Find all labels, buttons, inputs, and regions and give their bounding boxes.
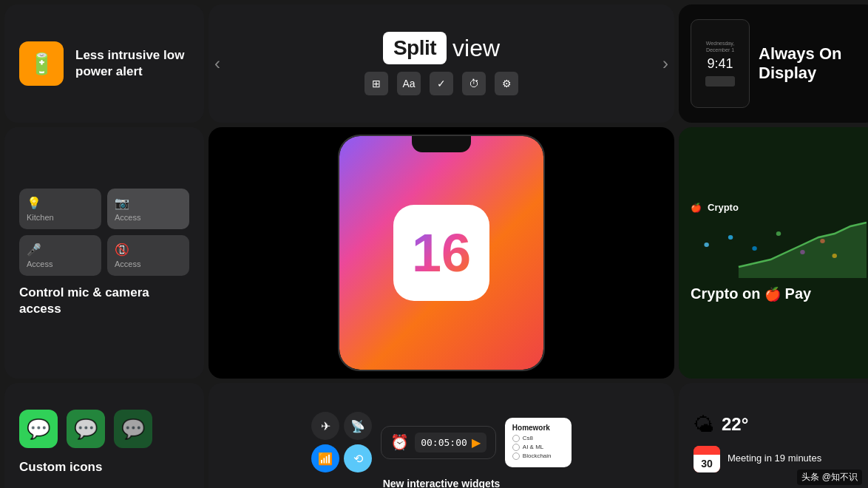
aod-widget xyxy=(705,76,735,87)
bluetooth-btn[interactable]: ⟲ xyxy=(344,444,372,472)
phone-screen: 16 xyxy=(339,136,543,370)
svg-point-2 xyxy=(752,246,756,251)
split-icon-aa[interactable]: Aa xyxy=(397,72,421,95)
play-icon[interactable]: ▶ xyxy=(472,436,481,450)
apple-icon: 🍎 xyxy=(691,203,702,213)
sun-icon: 🌤 xyxy=(694,413,714,437)
camera-label: Access xyxy=(115,213,182,222)
ios16-logo: 16 xyxy=(393,205,489,301)
hw-item-2: AI & ML xyxy=(512,444,564,451)
messages-icon-3: 💬 xyxy=(114,410,152,448)
split-view-demo: Split view xyxy=(383,32,500,64)
svg-point-0 xyxy=(704,243,708,247)
weather-temp: 22° xyxy=(722,414,748,435)
camera-icon: 📷 xyxy=(115,196,182,210)
widgets-label: New interactive widgets xyxy=(383,478,501,488)
watermark: 头条 @知不识 xyxy=(797,470,862,485)
custom-icons-card: 💬 💬 💬 Custom icons xyxy=(4,383,204,488)
crypto-chart-svg xyxy=(691,219,867,278)
custom-icons-text: Custom icons xyxy=(19,460,102,475)
aod-date: Wednesday, December 1 xyxy=(697,41,743,53)
svg-point-1 xyxy=(728,235,733,240)
aod-time: 9:41 xyxy=(707,56,733,72)
weather-row: 🌤 22° xyxy=(694,413,748,437)
icons-row: 💬 💬 💬 xyxy=(19,410,152,448)
svg-marker-7 xyxy=(739,223,867,278)
phone-notch xyxy=(412,136,471,152)
widget-section-timer: ⏰ 00:05:00 ▶ xyxy=(381,426,496,459)
split-icon-gear[interactable]: ⚙ xyxy=(495,72,518,95)
meeting-text: Meeting in 19 minutes xyxy=(728,453,821,465)
hw-title: Homework xyxy=(512,424,564,432)
timer-widget: ⏰ 00:05:00 ▶ xyxy=(381,426,496,459)
control-item-access: 📵 Access xyxy=(107,235,189,276)
phone-mockup: 16 xyxy=(338,135,545,371)
chevron-left-icon[interactable]: ‹ xyxy=(214,53,220,74)
crypto-header: 🍎 Crypto xyxy=(691,202,739,213)
split-icon-timer[interactable]: ⏱ xyxy=(462,72,486,95)
hw-item-3: Blockchain xyxy=(512,453,564,460)
kitchen-label: Kitchen xyxy=(27,213,94,222)
split-icon-grid[interactable]: ⊞ xyxy=(365,72,388,95)
aod-screen: Wednesday, December 1 9:41 xyxy=(691,19,750,108)
access-label: Access xyxy=(115,260,182,268)
interactive-widgets-card: ✈ 📡 📶 ⟲ ⏰ 00:05:00 ▶ Homework Cs8 xyxy=(208,383,674,488)
split-icons-row: ⊞ Aa ✓ ⏱ ⚙ xyxy=(365,72,518,95)
mic-label: Access xyxy=(27,260,94,268)
wifi-hotspot-btn[interactable]: 📡 xyxy=(344,412,372,440)
hw-check-3 xyxy=(512,453,520,460)
crypto-app-name: Crypto xyxy=(708,202,739,213)
control-text: Control mic & camera access xyxy=(19,285,189,317)
timer-icon: ⏰ xyxy=(390,433,409,451)
hw-text-1: Cs8 xyxy=(523,435,533,441)
battery-symbol: 🔋 xyxy=(29,52,55,76)
camera-control-card: 💡 Kitchen 📷 Access 🎤 Access 📵 Access Con… xyxy=(4,127,204,379)
mic-icon: 🎤 xyxy=(27,243,94,257)
meeting-row: 30 Meeting in 19 minutes xyxy=(694,446,821,472)
battery-icon: 🔋 xyxy=(19,41,64,86)
calendar-icon: 30 xyxy=(694,446,720,472)
homework-widget: Homework Cs8 AI & ML Blockchain xyxy=(505,418,572,467)
split-icon-check[interactable]: ✓ xyxy=(430,72,453,95)
power-text: Less intrusive low power alert xyxy=(75,47,189,80)
widget-section-buttons: ✈ 📡 📶 ⟲ xyxy=(311,412,372,472)
crypto-text: Crypto on 🍎 Pay xyxy=(691,284,811,303)
widget-round-btns: ✈ 📡 📶 ⟲ xyxy=(311,412,372,472)
messages-icon-1: 💬 xyxy=(19,410,58,448)
hw-check-1 xyxy=(512,435,520,442)
timer-time: 00:05:00 xyxy=(421,437,467,448)
wifi-btn[interactable]: 📶 xyxy=(311,444,339,472)
crypto-pay-card: 🍎 Crypto Crypto on 🍎 Pay xyxy=(679,127,868,379)
ios16-number: 16 xyxy=(412,226,471,279)
control-item-camera: 📷 Access xyxy=(107,189,189,229)
hw-text-2: AI & ML xyxy=(523,444,543,450)
split-view-card: ‹ Split view ⊞ Aa ✓ ⏱ ⚙ › xyxy=(208,4,674,123)
split-label: Split xyxy=(383,32,447,64)
cal-header xyxy=(694,446,720,455)
power-alert-card: 🔋 Less intrusive low power alert xyxy=(4,4,204,123)
always-on-display-card: Wednesday, December 1 9:41 Always On Dis… xyxy=(679,4,868,123)
block-icon: 📵 xyxy=(115,243,182,257)
view-label: view xyxy=(452,35,500,62)
hw-item-1: Cs8 xyxy=(512,435,564,442)
chevron-right-icon[interactable]: › xyxy=(662,53,668,74)
svg-point-3 xyxy=(776,231,781,236)
airplane-btn[interactable]: ✈ xyxy=(311,412,339,440)
control-item-kitchen: 💡 Kitchen xyxy=(19,189,101,229)
light-icon: 💡 xyxy=(27,196,94,210)
hw-check-2 xyxy=(512,444,520,451)
control-item-mic: 🎤 Access xyxy=(19,235,101,276)
crypto-chart xyxy=(691,219,867,278)
hw-text-3: Blockchain xyxy=(523,453,552,459)
cal-body: 30 xyxy=(694,455,720,472)
aod-title: Always On Display xyxy=(759,44,867,84)
timer-display: 00:05:00 ▶ xyxy=(415,433,486,453)
messages-icon-2: 💬 xyxy=(67,410,105,448)
ios16-center-card: 16 xyxy=(208,127,674,379)
control-grid: 💡 Kitchen 📷 Access 🎤 Access 📵 Access xyxy=(19,189,189,276)
